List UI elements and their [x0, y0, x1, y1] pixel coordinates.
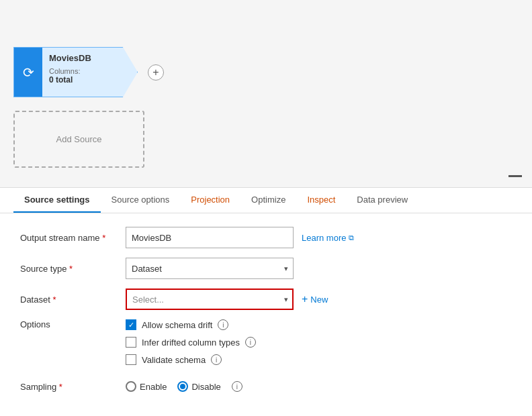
- source-type-required: *: [69, 264, 73, 274]
- form-area: Output stream name * Learn more ⧉ Source…: [0, 213, 532, 415]
- options-label: Options: [20, 319, 118, 329]
- node-subtitle: Columns: 0 total: [49, 67, 117, 85]
- dataset-select-wrapper: Select... ▾: [126, 289, 294, 310]
- sampling-label: Sampling *: [20, 382, 118, 392]
- infer-drifted-info-icon[interactable]: i: [245, 337, 256, 348]
- tab-optimize[interactable]: Optimize: [240, 188, 296, 213]
- validate-schema-info-icon[interactable]: i: [211, 354, 222, 365]
- output-stream-input[interactable]: [126, 227, 294, 248]
- sampling-radio-group: Enable Disable i: [126, 381, 242, 392]
- allow-schema-drift-row: Allow schema drift i: [126, 319, 256, 330]
- movies-db-node[interactable]: ⟳ MoviesDB Columns: 0 total: [13, 47, 138, 97]
- output-stream-row: Output stream name * Learn more ⧉: [20, 227, 512, 248]
- plus-icon: +: [302, 293, 308, 305]
- add-source-button[interactable]: Add Source: [13, 111, 144, 168]
- infer-drifted-checkbox[interactable]: [126, 337, 136, 348]
- sampling-row: Sampling * Enable Disable i: [20, 381, 512, 392]
- validate-schema-row: Validate schema i: [126, 354, 256, 365]
- source-type-select-wrapper: Dataset Inline ▾: [126, 258, 294, 279]
- sampling-info-icon[interactable]: i: [232, 381, 242, 392]
- dataset-row: Dataset * Select... ▾ + New: [20, 289, 512, 310]
- infer-drifted-label: Infer drifted column types: [142, 337, 240, 348]
- validate-schema-label: Validate schema: [142, 355, 206, 365]
- source-type-row: Source type * Dataset Inline ▾: [20, 258, 512, 279]
- dataset-select[interactable]: Select...: [126, 289, 294, 310]
- sampling-disable-radio[interactable]: [177, 381, 188, 392]
- new-dataset-button[interactable]: + New: [302, 293, 328, 305]
- source-type-label: Source type *: [20, 264, 118, 274]
- node-count: 0 total: [49, 75, 73, 85]
- allow-schema-drift-info-icon[interactable]: i: [218, 319, 228, 330]
- minimize-button[interactable]: [508, 175, 522, 177]
- options-row: Options Allow schema drift i Infer drift…: [20, 319, 512, 372]
- output-stream-label: Output stream name *: [20, 233, 118, 243]
- validate-schema-checkbox[interactable]: [126, 354, 136, 365]
- node-content: MoviesDB Columns: 0 total: [42, 48, 124, 97]
- node-title: MoviesDB: [49, 53, 117, 63]
- tab-source-settings[interactable]: Source settings: [13, 188, 101, 213]
- output-stream-required: *: [102, 233, 105, 243]
- allow-schema-drift-checkbox[interactable]: [126, 319, 136, 330]
- sampling-required: *: [59, 382, 62, 392]
- add-connection-button[interactable]: +: [148, 64, 164, 81]
- dataset-required: *: [52, 295, 56, 305]
- learn-more-link[interactable]: Learn more ⧉: [302, 233, 354, 243]
- node-container: ⟳ MoviesDB Columns: 0 total +: [13, 47, 164, 97]
- sampling-enable-option[interactable]: Enable: [126, 381, 167, 392]
- sampling-disable-option[interactable]: Disable: [177, 381, 220, 392]
- source-type-select[interactable]: Dataset Inline: [126, 258, 294, 279]
- sampling-enable-label: Enable: [140, 382, 167, 392]
- sampling-disable-label: Disable: [191, 382, 220, 392]
- allow-schema-drift-label: Allow schema drift: [142, 320, 212, 330]
- tab-data-preview[interactable]: Data preview: [346, 188, 418, 213]
- tab-inspect[interactable]: Inspect: [296, 188, 346, 213]
- tab-source-options[interactable]: Source options: [101, 188, 181, 213]
- tab-projection[interactable]: Projection: [180, 188, 240, 213]
- options-checkboxes: Allow schema drift i Infer drifted colum…: [126, 319, 256, 372]
- infer-drifted-row: Infer drifted column types i: [126, 337, 256, 348]
- dataset-label: Dataset *: [20, 295, 118, 305]
- canvas-area: ⟳ MoviesDB Columns: 0 total + Add Source: [0, 0, 532, 188]
- database-icon: ⟳: [23, 64, 34, 81]
- node-icon-area: ⟳: [14, 48, 42, 97]
- external-link-icon: ⧉: [349, 233, 354, 242]
- tabs-container: Source settings Source options Projectio…: [0, 188, 532, 213]
- sampling-enable-radio[interactable]: [126, 381, 136, 392]
